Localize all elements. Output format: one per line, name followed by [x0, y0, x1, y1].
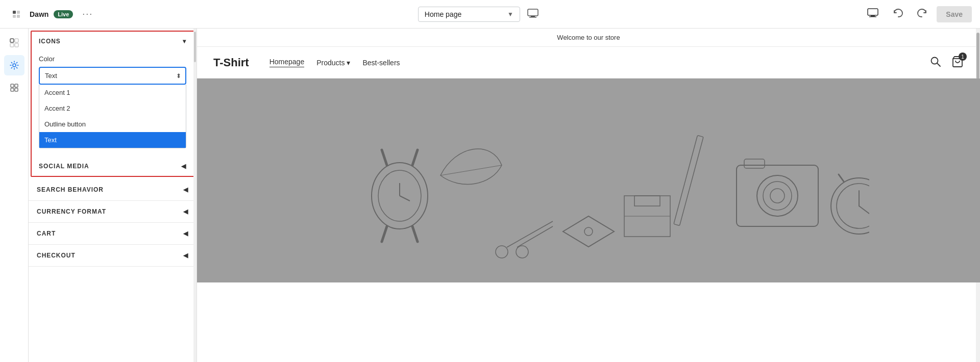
color-select[interactable]: Accent 1 Accent 2 Outline button Text [40, 68, 185, 84]
topbar-left: Dawn Live ··· [8, 6, 97, 22]
topbar-right: Save [862, 5, 972, 23]
svg-rect-5 [531, 16, 535, 17]
store-nav: Homepage Products ▾ Best-sellers [270, 58, 928, 67]
svg-point-31 [584, 227, 593, 236]
nav-products-label: Products [316, 59, 345, 67]
back-button[interactable] [8, 6, 24, 22]
svg-rect-8 [871, 15, 875, 16]
svg-rect-12 [10, 43, 14, 47]
svg-rect-50 [634, 196, 660, 206]
svg-point-34 [516, 246, 528, 258]
svg-point-33 [496, 246, 508, 258]
undo-button[interactable] [888, 5, 908, 23]
search-button[interactable] [928, 54, 943, 71]
sidebar-item-theme-settings[interactable] [4, 55, 24, 75]
currency-format-label: CURRENCY FORMAT [37, 208, 106, 215]
svg-point-40 [770, 189, 785, 203]
checkout-arrow-icon: ◀ [183, 252, 188, 259]
preview-area: Welcome to our store T-Shirt Homepage Pr… [197, 29, 980, 362]
svg-line-36 [517, 226, 553, 247]
svg-line-27 [412, 226, 418, 242]
svg-rect-6 [529, 17, 536, 18]
desktop-view-button[interactable] [862, 5, 884, 23]
cart-badge: 1 [959, 53, 967, 61]
dropdown-option-text[interactable]: Text [39, 132, 186, 148]
search-behavior-arrow-icon: ◀ [183, 186, 188, 193]
svg-rect-17 [11, 88, 14, 91]
svg-rect-0 [13, 11, 16, 14]
color-label: Color [39, 55, 186, 63]
svg-rect-13 [15, 43, 18, 47]
preview-mode-button[interactable] [524, 6, 542, 22]
color-select-wrapper: Accent 1 Accent 2 Outline button Text ⬍ [39, 67, 186, 85]
svg-rect-4 [528, 9, 538, 16]
page-selector[interactable]: Home page ▼ [418, 7, 520, 22]
svg-line-29 [400, 196, 410, 201]
social-media-label: SOCIAL MEDIA [39, 163, 89, 170]
social-media-collapse-icon: ◀ [181, 163, 186, 170]
search-behavior-section[interactable]: SEARCH BEHAVIOR ◀ [29, 179, 197, 201]
icons-section-collapse-icon: ▾ [183, 38, 186, 45]
save-button[interactable]: Save [937, 6, 972, 22]
topbar-center: Home page ▼ [103, 6, 856, 22]
live-badge: Live [54, 10, 73, 18]
svg-rect-11 [15, 39, 18, 42]
settings-panel: ICONS ▾ Color Accent 1 Accent 2 Outline … [29, 29, 197, 362]
svg-rect-15 [11, 84, 14, 87]
svg-line-25 [412, 150, 418, 165]
svg-rect-16 [15, 84, 18, 87]
svg-rect-2 [13, 15, 16, 18]
icons-content: Color Accent 1 Accent 2 Outline button T… [32, 51, 193, 157]
nav-item-homepage[interactable]: Homepage [270, 58, 305, 67]
page-selector-label: Home page [425, 10, 461, 18]
nav-item-products[interactable]: Products ▾ [316, 59, 350, 67]
store-hero [197, 79, 980, 282]
svg-marker-30 [563, 216, 614, 247]
store-announcement-bar: Welcome to our store [197, 29, 980, 47]
store-logo: T-Shirt [213, 56, 249, 69]
svg-rect-32 [674, 136, 703, 226]
svg-rect-18 [15, 88, 18, 91]
sidebar-item-sections[interactable] [4, 33, 24, 53]
checkout-label: CHECKOUT [37, 252, 76, 259]
icons-section: ICONS ▾ Color Accent 1 Accent 2 Outline … [31, 31, 194, 177]
svg-point-14 [13, 64, 16, 67]
page-selector-arrow-icon: ▼ [507, 11, 513, 18]
cart-arrow-icon: ◀ [183, 230, 188, 237]
cart-icon-wrapper[interactable]: 1 [951, 56, 964, 69]
search-behavior-label: SEARCH BEHAVIOR [37, 186, 104, 193]
svg-rect-10 [10, 39, 14, 42]
svg-line-51 [440, 165, 502, 175]
svg-line-24 [382, 150, 387, 165]
store-navbar: T-Shirt Homepage Products ▾ Best-sellers [197, 47, 980, 79]
redo-button[interactable] [912, 5, 933, 23]
svg-line-46 [839, 174, 844, 182]
svg-rect-37 [737, 165, 818, 226]
nav-item-bestsellers[interactable]: Best-sellers [362, 59, 400, 67]
hero-illustration [308, 84, 869, 277]
svg-point-39 [763, 182, 792, 210]
dropdown-option-outline[interactable]: Outline button [39, 116, 186, 132]
currency-format-section[interactable]: CURRENCY FORMAT ◀ [29, 201, 197, 223]
social-media-section[interactable]: SOCIAL MEDIA ◀ [32, 157, 193, 176]
svg-line-26 [382, 226, 387, 242]
dropdown-option-accent2[interactable]: Accent 2 [39, 100, 186, 116]
announcement-text: Welcome to our store [557, 34, 620, 41]
svg-rect-1 [17, 11, 20, 14]
currency-format-arrow-icon: ◀ [183, 208, 188, 215]
svg-rect-9 [869, 16, 876, 17]
theme-name: Dawn [30, 10, 48, 18]
svg-point-43 [837, 184, 869, 228]
checkout-section[interactable]: CHECKOUT ◀ [29, 245, 197, 267]
more-button[interactable]: ··· [78, 7, 97, 21]
topbar: Dawn Live ··· Home page ▼ [0, 0, 980, 29]
dropdown-option-accent1[interactable]: Accent 1 [39, 85, 186, 100]
cart-section[interactable]: CART ◀ [29, 223, 197, 245]
svg-line-35 [507, 221, 553, 247]
svg-rect-3 [17, 15, 20, 18]
icons-section-label: ICONS [39, 38, 61, 45]
svg-line-45 [859, 206, 869, 214]
sidebar-item-add[interactable] [4, 77, 24, 98]
icons-section-header[interactable]: ICONS ▾ [32, 32, 193, 51]
dropdown-options: Accent 1 Accent 2 Outline button Text [39, 85, 186, 148]
